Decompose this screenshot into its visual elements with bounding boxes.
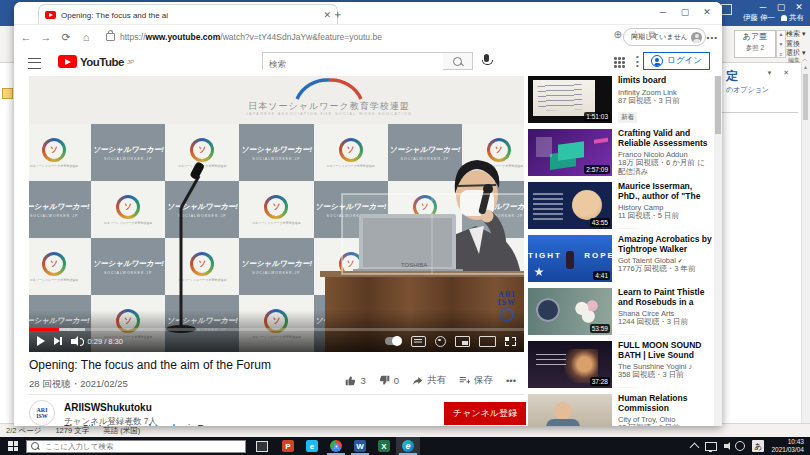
word-pane-controls[interactable]: ▾ ✕ — [768, 69, 794, 77]
word-style-gallery[interactable]: あア亜 参照 2 — [734, 30, 776, 58]
video-meta: 28 回視聴・2021/02/25 — [29, 378, 128, 391]
suggestion-video[interactable]: 1:14:47Human Relations Commission Commun… — [528, 394, 712, 426]
chrome-icon[interactable] — [324, 437, 348, 455]
taskbar-apps: PeWXe — [276, 437, 420, 455]
hidden-icons-chevron[interactable] — [690, 442, 700, 452]
volume-icon[interactable] — [71, 339, 76, 344]
divider — [722, 112, 798, 113]
dislike-button[interactable]: 0 — [379, 375, 399, 386]
suggestion-video[interactable]: 1:51:03limits boardInfinity Zoom Link87 … — [528, 76, 712, 123]
menu-icon[interactable] — [28, 58, 41, 69]
taskbar-search[interactable] — [26, 440, 246, 453]
task-view-button[interactable] — [250, 437, 274, 455]
suggestion-video[interactable]: 43:55Maurice Isserman, PhD., author of "… — [528, 182, 712, 229]
profile-button[interactable]: 同期していません — [623, 28, 706, 46]
speaker-icon[interactable] — [724, 444, 728, 448]
browser-close-button[interactable]: ✕ — [696, 4, 718, 20]
video-player[interactable]: ソ日本ソーシャルワーク教育学校連盟ソーシャルワーカー!SOCIALWORKER.… — [29, 76, 524, 352]
search-input[interactable] — [263, 56, 443, 72]
voice-search-button[interactable] — [482, 54, 491, 68]
video-thumbnail[interactable]: 53:59 — [528, 288, 612, 335]
powerpoint-icon[interactable]: P — [276, 437, 300, 455]
taskbar: PeWXe あ 10:43 2021/03/04 — [0, 437, 810, 455]
new-badge: 新着 — [618, 334, 637, 336]
word-language[interactable]: 英語 (米国) — [103, 426, 140, 436]
back-icon[interactable]: ← — [18, 29, 34, 45]
word-pane-link[interactable]: のオプション — [726, 85, 769, 95]
settings-gear-icon[interactable] — [435, 336, 446, 347]
word-ribbon-display-icon[interactable] — [721, 4, 732, 15]
person-icon — [781, 15, 787, 21]
save-button[interactable]: 保存 — [459, 374, 493, 387]
browser-minimize-button[interactable]: ─ — [652, 4, 674, 20]
word-word-count[interactable]: 1279 文字 — [55, 426, 89, 436]
video-thumbnail[interactable]: TIGHT ROPE4:41 — [528, 235, 612, 282]
suggestion-video[interactable]: 53:59Learn to Paint Thistle and Rosebuds… — [528, 288, 712, 335]
ime-mode-indicator[interactable]: あ — [752, 440, 764, 452]
share-button[interactable]: 共有 — [412, 374, 446, 387]
more-options-icon[interactable]: ••• — [636, 55, 639, 69]
page-scrollbar[interactable] — [714, 48, 722, 426]
word-icon[interactable]: W — [348, 437, 372, 455]
word-scrollbar[interactable]: ▲ — [801, 62, 810, 424]
word-maximize-button[interactable]: ▢ — [774, 0, 788, 14]
video-thumbnail[interactable]: 43:55 — [528, 182, 612, 229]
edge-icon[interactable]: e — [396, 437, 420, 455]
tray-app-icon[interactable] — [735, 441, 745, 451]
refresh-icon[interactable]: ⟳ — [58, 29, 74, 45]
word-share-button[interactable]: 共有 — [781, 13, 804, 23]
style-gallery-scroll[interactable]: ▲▼≡ — [776, 30, 786, 58]
word-page-count[interactable]: 2/2 ページ — [6, 426, 41, 436]
address-bar[interactable]: https://www.youtube.com/watch?v=tY44SdnJ… — [100, 28, 578, 46]
excel-icon[interactable]: X — [372, 437, 396, 455]
progress-bar[interactable] — [29, 328, 524, 331]
suggestion-video[interactable]: TIGHT ROPE4:41Amazing Acrobatics by Tigh… — [528, 235, 712, 282]
browser-menu-icon[interactable]: ••• — [707, 33, 718, 42]
like-button[interactable]: 3 — [345, 375, 365, 386]
youtube-logo-text: YouTube — [80, 56, 124, 68]
apps-grid-icon[interactable] — [614, 57, 625, 68]
theater-mode-icon[interactable] — [479, 336, 496, 347]
tab-close-icon[interactable]: ✕ — [323, 10, 331, 20]
scroll-up-icon[interactable]: ▲ — [803, 64, 808, 70]
channel-avatar[interactable]: ARIISW — [29, 400, 55, 426]
home-icon[interactable]: ⌂ — [78, 29, 94, 45]
more-actions-icon[interactable]: ••• — [506, 375, 516, 386]
fullscreen-icon[interactable] — [505, 337, 516, 346]
browser-maximize-button[interactable]: ▢ — [674, 4, 696, 20]
forward-icon[interactable]: → — [38, 29, 54, 45]
channel-name[interactable]: ARIISWShukutoku — [64, 402, 152, 413]
play-icon[interactable] — [37, 336, 45, 346]
video-title: FULL MOON SOUND BATH | Live Sound Journe… — [618, 341, 712, 360]
word-minimize-button[interactable]: ─ — [756, 0, 770, 14]
youtube-region: JP — [127, 59, 134, 65]
next-icon[interactable] — [54, 337, 62, 345]
suggestion-video[interactable]: 37:28FULL MOON SOUND BATH | Live Sound J… — [528, 341, 712, 388]
display-icon[interactable] — [705, 442, 717, 451]
login-button[interactable]: ログイン — [643, 52, 710, 70]
video-title: Learn to Paint Thistle and Rosebuds in a… — [618, 288, 712, 307]
word-replace-button[interactable]: 置換 — [786, 39, 808, 49]
word-close-button[interactable]: ✕ — [792, 0, 806, 14]
browser-tab[interactable]: Opening: The focus and the ai ✕ — [38, 4, 338, 25]
start-button[interactable] — [0, 437, 26, 455]
youtube-logo[interactable]: YouTube JP — [58, 55, 134, 68]
suggestion-video[interactable]: 2:57:09Crafting Valid and Reliable Asses… — [528, 129, 712, 176]
word-find-button[interactable]: 検索 ▾ — [786, 29, 808, 39]
search-button[interactable] — [443, 52, 473, 70]
subtitles-icon[interactable] — [411, 336, 426, 347]
taskbar-search-input[interactable] — [43, 441, 241, 452]
subscribe-button[interactable]: チャンネル登録 — [444, 402, 526, 425]
url-text: https://www.youtube.com/watch?v=tY44SdnJ… — [120, 32, 382, 42]
autoplay-toggle[interactable] — [385, 337, 402, 345]
internet-explorer-icon[interactable]: e — [300, 437, 324, 455]
taskbar-clock[interactable]: 10:43 2021/03/04 — [771, 438, 804, 454]
video-thumbnail[interactable]: 1:14:47 — [528, 394, 612, 426]
video-thumbnail[interactable]: 1:51:03 — [528, 76, 612, 123]
zoom-icon[interactable]: ⊕ — [614, 29, 622, 41]
miniplayer-icon[interactable] — [455, 336, 470, 347]
video-thumbnail[interactable]: 2:57:09 — [528, 129, 612, 176]
video-thumbnail[interactable]: 37:28 — [528, 341, 612, 388]
search-box[interactable] — [262, 52, 444, 70]
new-tab-button[interactable]: ＋ — [332, 7, 343, 22]
